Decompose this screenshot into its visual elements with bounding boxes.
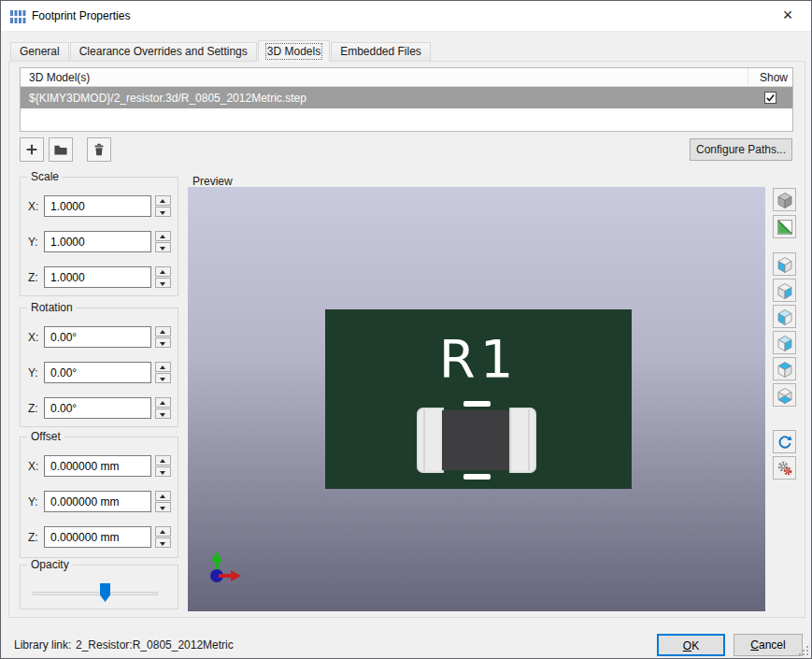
window-title: Footprint Properties [32, 9, 130, 22]
cancel-button[interactable]: Cancel [734, 634, 803, 656]
tab-3d-models[interactable]: 3D Models [258, 40, 330, 62]
resize-grip[interactable] [799, 646, 808, 655]
tab-page-frame [8, 61, 805, 618]
footprint-icon [9, 8, 26, 25]
library-link-label: Library link: [14, 638, 71, 652]
close-button[interactable]: × [768, 1, 807, 31]
tab-bar: General Clearance Overrides and Settings… [10, 42, 432, 62]
title-bar: Footprint Properties × [1, 1, 811, 32]
library-link-value: 2_Resistor:R_0805_2012Metric [76, 638, 234, 652]
tab-general[interactable]: General [10, 42, 69, 61]
ok-button[interactable]: OK [657, 634, 725, 656]
footprint-properties-dialog: Footprint Properties × General Clearance… [0, 0, 812, 659]
tab-clearance-overrides[interactable]: Clearance Overrides and Settings [70, 42, 257, 61]
tab-embedded-files[interactable]: Embedded Files [331, 42, 431, 61]
